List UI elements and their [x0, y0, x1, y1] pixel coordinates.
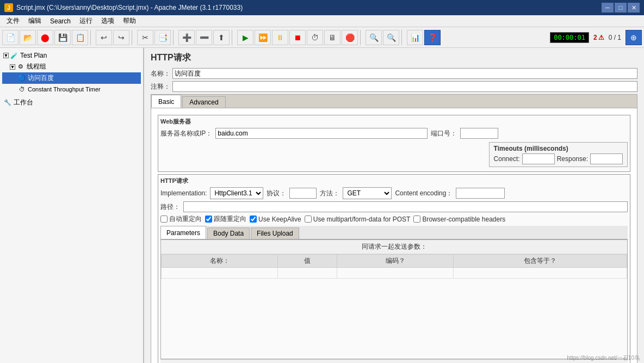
menu-options[interactable]: 选项: [97, 15, 119, 27]
timeouts-title: Timeouts (milliseconds): [494, 145, 568, 152]
timer-icon: ⏱: [17, 85, 26, 94]
encoding-input[interactable]: [456, 188, 505, 199]
redo-button[interactable]: ↪: [113, 30, 129, 45]
follow-redirects-text: 跟随重定向: [214, 214, 246, 224]
http-request-section: HTTP请求 Implementation: HttpClient3.1 Htt…: [158, 174, 630, 363]
impl-select[interactable]: HttpClient3.1 HttpClient4 Java: [210, 187, 263, 199]
port-input[interactable]: [460, 128, 498, 139]
title-bar: J Script.jmx (C:\Users\anny\Desktop\Scri…: [0, 0, 644, 15]
protocol-label: 协议：: [267, 189, 286, 198]
browser-headers-checkbox[interactable]: [413, 216, 420, 223]
menu-edit[interactable]: 编辑: [24, 15, 46, 27]
search-button[interactable]: 🔍: [366, 30, 382, 45]
app-icon: J: [4, 3, 13, 12]
clear-button[interactable]: 🔍: [383, 30, 399, 45]
port-label: 端口号：: [431, 129, 457, 138]
web-server-section: Web服务器 服务器名称或IP： 端口号： Timeouts (millisec…: [158, 115, 630, 172]
impl-row: Implementation: HttpClient3.1 HttpClient…: [160, 187, 628, 199]
keepalive-label[interactable]: Use KeepAlive: [250, 216, 301, 223]
follow-redirects-label[interactable]: 跟随重定向: [205, 214, 246, 224]
content-panel: HTTP请求 名称： 注释： Basic Advanced: [144, 48, 644, 363]
remote-stop-button[interactable]: 🛑: [342, 30, 358, 45]
impl-label: Implementation:: [160, 189, 207, 197]
remove-button[interactable]: ➖: [196, 30, 212, 45]
menu-search[interactable]: Search: [46, 16, 75, 26]
encoding-label: Content encoding：: [395, 189, 453, 198]
name-input[interactable]: [172, 68, 637, 79]
stop-button[interactable]: ⏹: [289, 30, 306, 45]
move-up-button[interactable]: ⬆: [213, 30, 230, 45]
expand-button[interactable]: ⊕: [626, 30, 642, 45]
protocol-input[interactable]: [289, 188, 317, 199]
col-include: 包含等于？: [454, 255, 627, 268]
path-row: 路径：: [160, 201, 628, 212]
run-all-button[interactable]: ⏩: [255, 30, 271, 45]
keepalive-checkbox[interactable]: [250, 216, 257, 223]
col-value: 值: [278, 255, 337, 268]
close-button[interactable]: ✕: [628, 3, 640, 13]
tree-item-testplan[interactable]: ▼ 🧪 Test Plan: [2, 50, 141, 61]
timeouts-box: Timeouts (milliseconds) Connect: Respons…: [489, 142, 628, 167]
tree-item-timer[interactable]: ⏱ Constant Throughput Timer: [2, 84, 141, 95]
connect-input[interactable]: [522, 153, 555, 164]
method-select[interactable]: GET POST PUT DELETE: [343, 187, 392, 199]
browser-headers-label[interactable]: Browser-compatible headers: [413, 216, 505, 223]
multipart-label[interactable]: Use multipart/form-data for POST: [305, 216, 411, 223]
comment-input[interactable]: [172, 81, 637, 92]
comment-row: 注释：: [148, 81, 640, 92]
method-label: 方法：: [320, 189, 339, 198]
multipart-checkbox[interactable]: [305, 216, 312, 223]
server-input[interactable]: [215, 128, 428, 139]
warning-icon: ⚠: [598, 34, 604, 41]
add-button[interactable]: ➕: [178, 30, 195, 45]
table-button[interactable]: 📊: [407, 30, 423, 45]
toggle-threadgroup[interactable]: ▼: [10, 64, 15, 70]
menu-bar: 文件 编辑 Search 运行 选项 帮助: [0, 15, 644, 27]
visit-baidu-icon: 🔵: [17, 74, 26, 83]
save-as-button[interactable]: 📋: [72, 30, 88, 45]
warning-count: 2: [593, 34, 597, 41]
cut-button[interactable]: ✂: [137, 30, 153, 45]
pause-button[interactable]: ⏸: [272, 30, 288, 45]
tab-basic[interactable]: Basic: [151, 95, 181, 108]
tree-item-workbench[interactable]: 🔧 工作台: [2, 97, 141, 108]
tree-item-visit-baidu[interactable]: 🔵 访问百度: [2, 72, 141, 84]
param-tab-parameters[interactable]: Parameters: [160, 226, 206, 239]
menu-run[interactable]: 运行: [75, 15, 97, 27]
remote-start-button[interactable]: 🖥: [324, 30, 340, 45]
auto-redirect-checkbox[interactable]: [160, 216, 168, 223]
maximize-button[interactable]: □: [615, 3, 627, 13]
tree-item-threadgroup[interactable]: ▼ ⚙ 线程组: [2, 61, 141, 72]
minimize-button[interactable]: ─: [602, 3, 614, 13]
main-layout: ▼ 🧪 Test Plan ▼ ⚙ 线程组 🔵 访问百度 ⏱ Constant …: [0, 48, 644, 363]
checkbox-row: 自动重定向 跟随重定向 Use KeepAlive: [160, 214, 628, 224]
menu-help[interactable]: 帮助: [119, 15, 140, 27]
testplan-icon: 🧪: [10, 51, 18, 60]
help-button[interactable]: ❓: [424, 30, 441, 45]
copy-button[interactable]: 📑: [154, 30, 171, 45]
stop-recording-button[interactable]: ⬤: [37, 30, 53, 45]
open-button[interactable]: 📂: [20, 30, 36, 45]
save-button[interactable]: 💾: [54, 30, 71, 45]
toggle-testplan[interactable]: ▼: [3, 53, 9, 58]
main-tabs-container: Basic Advanced Web服务器 服务器名称或IP： 端口号：: [151, 94, 637, 363]
col-encode: 编码？: [337, 255, 454, 268]
visit-baidu-label: 访问百度: [28, 73, 54, 83]
response-input[interactable]: [590, 153, 623, 164]
tab-advanced[interactable]: Advanced: [182, 96, 225, 108]
stop-now-button[interactable]: ⏱: [307, 30, 323, 45]
follow-redirects-checkbox[interactable]: [205, 216, 212, 223]
name-label: 名称：: [151, 69, 170, 78]
param-table: 名称： 值 编码？ 包含等于？: [161, 254, 627, 279]
param-tabs-section: Parameters Body Data Files Upload 同请求一起发…: [160, 226, 628, 363]
run-button[interactable]: ▶: [237, 30, 253, 45]
path-input[interactable]: [183, 201, 628, 212]
new-button[interactable]: 📄: [2, 30, 18, 45]
auto-redirect-label[interactable]: 自动重定向: [160, 214, 202, 224]
undo-button[interactable]: ↩: [96, 30, 112, 45]
param-tab-bodydata[interactable]: Body Data: [207, 227, 250, 239]
param-tab-filesupload[interactable]: Files Upload: [251, 227, 299, 239]
count-badge: 0 / 1: [609, 34, 621, 41]
connect-label: Connect:: [494, 155, 520, 163]
menu-file[interactable]: 文件: [2, 15, 24, 27]
